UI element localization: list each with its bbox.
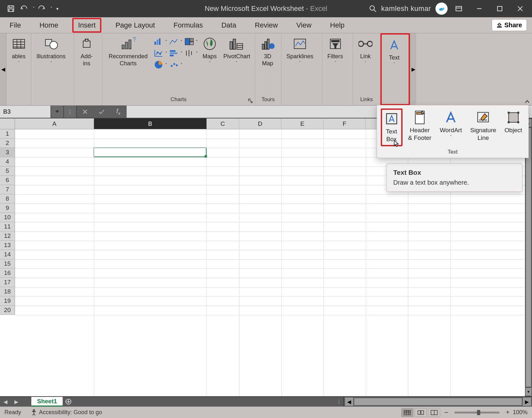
spreadsheet-grid[interactable]: ABCDEFGH 1234567891011121314151617181920… <box>0 118 532 396</box>
illustrations-button[interactable]: Illustrations ˅ <box>34 35 68 67</box>
row-header[interactable]: 5 <box>0 166 15 176</box>
column-header[interactable]: B <box>94 118 207 129</box>
row-header[interactable]: 17 <box>0 278 15 287</box>
wordart-button[interactable]: WordArt ˅ <box>437 109 464 146</box>
filters-button[interactable]: Filters ˅ <box>325 35 346 67</box>
tab-data[interactable]: Data <box>217 19 240 31</box>
tab-review[interactable]: Review <box>250 19 282 31</box>
link-button[interactable]: Link ˅ <box>356 35 375 67</box>
column-chart-button[interactable] <box>153 37 164 46</box>
selected-cell[interactable] <box>94 148 207 157</box>
line-chart-button[interactable] <box>168 37 179 46</box>
new-sheet-button[interactable] <box>63 397 74 406</box>
row-header[interactable]: 18 <box>0 287 15 296</box>
combo-chart-button[interactable] <box>168 60 179 69</box>
ribbon-display-button[interactable] <box>450 1 468 16</box>
treemap-chart-button[interactable] <box>184 37 195 46</box>
sheet-prev-button[interactable]: ◀ <box>0 397 11 406</box>
cancel-formula-button[interactable] <box>77 106 93 118</box>
row-header[interactable]: 16 <box>0 269 15 278</box>
view-page-layout-button[interactable] <box>415 408 427 417</box>
select-all-corner[interactable] <box>0 118 15 129</box>
text-group-button[interactable]: Text ˅ <box>384 36 404 68</box>
header-footer-button[interactable]: Header & Footer <box>406 109 434 146</box>
sheet-tab-scroll-menu[interactable]: ⋮ <box>334 397 343 406</box>
sparklines-button[interactable]: Sparklines ˅ <box>284 35 316 67</box>
tab-formulas[interactable]: Formulas <box>169 19 207 31</box>
collapse-ribbon-icon[interactable] <box>524 99 530 105</box>
tab-home[interactable]: Home <box>35 19 63 31</box>
redo-button[interactable] <box>36 2 49 15</box>
addins-button[interactable]: Add- ins <box>77 35 97 68</box>
vertical-scrollbar[interactable]: ▲ ▼ <box>525 118 532 396</box>
tab-file[interactable]: File <box>5 19 25 31</box>
close-button[interactable] <box>511 1 529 16</box>
tab-help[interactable]: Help <box>325 19 349 31</box>
tab-page-layout[interactable]: Page Layout <box>111 19 160 31</box>
pie-chart-button[interactable] <box>153 60 164 69</box>
ribbon-scroll-left[interactable]: ◀ <box>0 33 6 105</box>
row-header[interactable]: 3 <box>0 148 15 157</box>
view-normal-button[interactable] <box>401 408 413 417</box>
row-header[interactable]: 2 <box>0 139 15 148</box>
tab-insert[interactable]: Insert <box>72 18 101 33</box>
column-header[interactable]: A <box>15 118 94 129</box>
user-avatar[interactable] <box>435 3 448 15</box>
row-header[interactable]: 10 <box>0 213 15 222</box>
row-header[interactable]: 4 <box>0 157 15 166</box>
row-header[interactable]: 1 <box>0 129 15 139</box>
user-name[interactable]: kamlesh kumar <box>381 4 431 13</box>
pivotchart-button[interactable]: PivotChart ˅ <box>221 35 252 67</box>
signature-line-button[interactable]: Signature Line <box>468 109 499 146</box>
row-header[interactable]: 8 <box>0 194 15 204</box>
sheet-next-button[interactable]: ▶ <box>11 397 22 406</box>
qat-overflow-icon[interactable]: ▾ <box>56 6 59 11</box>
chevron-down-icon[interactable]: ˅ <box>33 6 35 11</box>
name-box-dropdown[interactable] <box>51 106 64 118</box>
recommended-charts-button[interactable]: ? Recommended Charts <box>105 35 151 68</box>
tables-button[interactable]: ables ˅ <box>9 35 28 67</box>
maximize-button[interactable] <box>490 1 509 16</box>
row-header[interactable]: 7 <box>0 185 15 194</box>
column-header[interactable]: D <box>239 118 281 129</box>
zoom-slider[interactable] <box>455 412 499 414</box>
column-header[interactable]: E <box>281 118 324 129</box>
object-button[interactable]: Object <box>502 109 525 146</box>
row-header[interactable]: 15 <box>0 259 15 269</box>
chevron-down-icon[interactable]: ˅ <box>50 6 52 11</box>
insert-function-button[interactable]: fx <box>110 106 127 118</box>
dialog-launcher-icon[interactable] <box>248 98 253 103</box>
minimize-button[interactable] <box>470 1 489 16</box>
save-button[interactable] <box>4 2 17 15</box>
row-header[interactable]: 6 <box>0 176 15 185</box>
scatter-chart-button[interactable] <box>153 49 164 58</box>
share-button[interactable]: Share <box>492 19 527 31</box>
ribbon-scroll-right[interactable]: ▶ <box>410 33 416 105</box>
zoom-in-button[interactable]: + <box>506 409 510 416</box>
map3d-button[interactable]: 3D Map <box>258 35 278 68</box>
row-header[interactable]: 19 <box>0 296 15 306</box>
bar-chart-button[interactable] <box>168 49 179 58</box>
name-box[interactable]: B3 <box>0 106 51 118</box>
textbox-button[interactable]: Text Box <box>381 109 403 146</box>
enter-formula-button[interactable] <box>93 106 110 118</box>
horizontal-scrollbar[interactable]: ◀ ▶ <box>343 397 532 406</box>
zoom-level[interactable]: 100% <box>513 409 528 416</box>
accessibility-status[interactable]: Accessibility: Good to go <box>31 409 102 416</box>
zoom-out-button[interactable]: − <box>444 408 448 417</box>
column-header[interactable]: C <box>207 118 239 129</box>
row-header[interactable]: 11 <box>0 222 15 231</box>
view-page-break-button[interactable] <box>428 408 440 417</box>
formula-bar-menu[interactable]: ⋮ <box>64 106 77 118</box>
undo-button[interactable] <box>19 2 31 15</box>
row-header[interactable]: 9 <box>0 204 15 213</box>
row-header[interactable]: 20 <box>0 306 15 315</box>
row-header[interactable]: 13 <box>0 241 15 250</box>
row-header[interactable]: 12 <box>0 231 15 241</box>
stock-chart-button[interactable] <box>184 49 195 58</box>
sheet-tab[interactable]: Sheet1 <box>31 397 63 406</box>
tab-view[interactable]: View <box>292 19 316 31</box>
row-header[interactable]: 14 <box>0 250 15 259</box>
column-header[interactable]: F <box>324 118 366 129</box>
maps-button[interactable]: Maps ˅ <box>200 35 219 67</box>
